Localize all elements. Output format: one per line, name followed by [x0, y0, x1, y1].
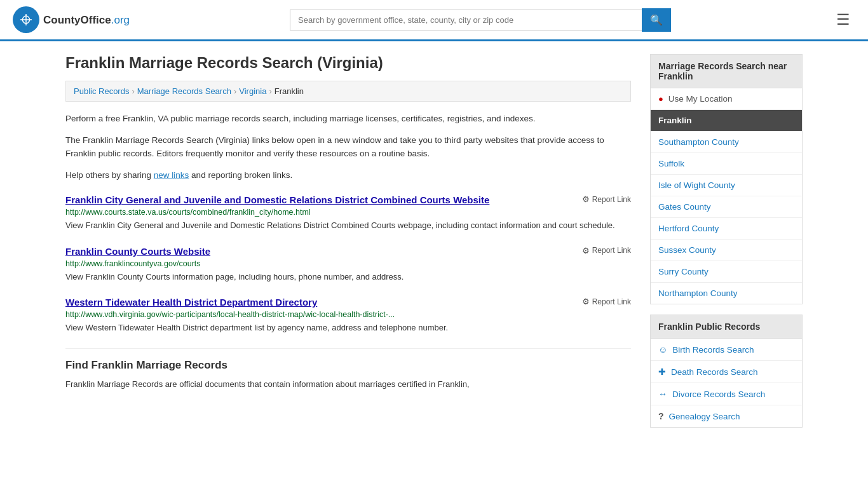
- result-url-3[interactable]: http://www.vdh.virginia.gov/wic-particip…: [65, 310, 631, 319]
- find-section-text: Franklin Marriage Records are official d…: [65, 378, 631, 391]
- sidebar-item-birth-records[interactable]: ☺ Birth Records Search: [651, 339, 802, 361]
- use-my-location-item[interactable]: ● Use My Location: [651, 88, 802, 110]
- breadcrumb: Public Records › Marriage Records Search…: [65, 81, 631, 102]
- sidebar-item-southampton[interactable]: Southampton County: [651, 132, 802, 153]
- public-records-nav: ☺ Birth Records Search ✚ Death Records S…: [650, 339, 803, 428]
- result-url-1[interactable]: http://www.courts.state.va.us/courts/com…: [65, 208, 631, 217]
- result-desc-2: View Franklin County Courts information …: [65, 271, 631, 283]
- main-layout: Franklin Marriage Records Search (Virgin…: [53, 41, 815, 440]
- header: CountyOffice.org 🔍 ☰: [0, 0, 868, 41]
- sidebar-item-franklin[interactable]: Franklin: [651, 110, 802, 132]
- breadcrumb-virginia[interactable]: Virginia: [239, 86, 266, 96]
- cross-icon: ✚: [658, 367, 666, 377]
- content: Franklin Marriage Records Search (Virgin…: [65, 54, 631, 428]
- find-section-heading: Find Franklin Marriage Records: [65, 348, 631, 372]
- question-icon: ?: [658, 411, 664, 421]
- desc-3-pre: Help others by sharing: [65, 170, 154, 180]
- result-item-1: Franklin City General and Juvenile and D…: [65, 194, 631, 232]
- sidebar-item-gates-county[interactable]: Gates County: [651, 196, 802, 218]
- result-title-1[interactable]: Franklin City General and Juvenile and D…: [65, 194, 582, 205]
- sidebar-item-hertford[interactable]: Hertford County: [651, 218, 802, 240]
- breadcrumb-franklin: Franklin: [275, 86, 304, 96]
- result-title-2[interactable]: Franklin County Courts Website: [65, 246, 582, 257]
- logo-area[interactable]: CountyOffice.org: [13, 6, 130, 33]
- new-links-link[interactable]: new links: [154, 170, 189, 180]
- report-icon-1: ⚙: [582, 194, 590, 204]
- sidebar-item-death-records[interactable]: ✚ Death Records Search: [651, 361, 802, 383]
- public-records-section-title: Franklin Public Records: [650, 315, 803, 339]
- sidebar-item-northampton[interactable]: Northampton County: [651, 283, 802, 304]
- result-title-3[interactable]: Western Tidewater Health District Depart…: [65, 297, 582, 308]
- description-2: The Franklin Marriage Records Search (Vi…: [65, 133, 631, 161]
- sidebar: Marriage Records Search near Franklin ● …: [650, 54, 803, 428]
- sidebar-item-suffolk[interactable]: Suffolk: [651, 153, 802, 175]
- page-title: Franklin Marriage Records Search (Virgin…: [65, 54, 631, 72]
- search-bar-container: 🔍: [290, 8, 671, 32]
- result-item-3: Western Tidewater Health District Depart…: [65, 297, 631, 334]
- sidebar-item-divorce-records[interactable]: ↔ Divorce Records Search: [651, 383, 802, 405]
- logo-text: CountyOffice.org: [43, 13, 130, 27]
- person-icon: ☺: [658, 344, 667, 355]
- description-1: Perform a free Franklin, VA public marri…: [65, 112, 631, 126]
- nearby-section-title: Marriage Records Search near Franklin: [650, 54, 803, 88]
- sidebar-item-isle-of-wight[interactable]: Isle of Wight County: [651, 175, 802, 196]
- search-icon: 🔍: [650, 15, 663, 25]
- result-desc-1: View Franklin City General and Juvenile …: [65, 219, 631, 232]
- sidebar-item-surry[interactable]: Surry County: [651, 261, 802, 283]
- report-icon-2: ⚙: [582, 246, 590, 255]
- breadcrumb-sep-3: ›: [269, 86, 271, 96]
- search-input[interactable]: [290, 10, 642, 30]
- breadcrumb-marriage-records[interactable]: Marriage Records Search: [137, 86, 231, 96]
- result-item-2: Franklin County Courts Website ⚙ Report …: [65, 246, 631, 283]
- sidebar-item-genealogy[interactable]: ? Genealogy Search: [651, 405, 802, 427]
- arrows-icon: ↔: [658, 389, 667, 399]
- logo-icon: [13, 6, 39, 33]
- franklin-label: Franklin: [658, 116, 692, 125]
- nearby-locations-nav: ● Use My Location Franklin Southampton C…: [650, 88, 803, 304]
- menu-button[interactable]: ☰: [831, 8, 855, 31]
- hamburger-icon: ☰: [836, 11, 850, 28]
- breadcrumb-sep-1: ›: [132, 86, 134, 96]
- result-desc-3: View Western Tidewater Health District d…: [65, 322, 631, 334]
- report-icon-3: ⚙: [582, 297, 590, 306]
- breadcrumb-sep-2: ›: [234, 86, 236, 96]
- sidebar-item-sussex[interactable]: Sussex County: [651, 240, 802, 261]
- report-link-button-3[interactable]: ⚙ Report Link: [582, 297, 631, 306]
- description-3: Help others by sharing new links and rep…: [65, 168, 631, 182]
- desc-3-post: and reporting broken links.: [189, 170, 292, 180]
- report-link-button-1[interactable]: ⚙ Report Link: [582, 194, 631, 204]
- result-url-2[interactable]: http://www.franklincountyva.gov/courts: [65, 259, 631, 268]
- report-link-button-2[interactable]: ⚙ Report Link: [582, 246, 631, 255]
- location-pin-icon: ●: [658, 94, 663, 104]
- search-button[interactable]: 🔍: [642, 8, 671, 32]
- breadcrumb-public-records[interactable]: Public Records: [74, 86, 129, 96]
